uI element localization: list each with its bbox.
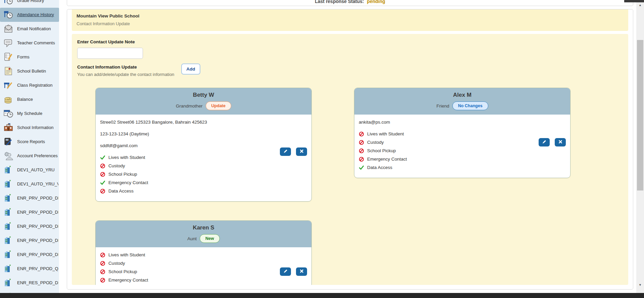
sidebar-item-label: ENR_PRV_PPOD_DEV: [17, 210, 58, 215]
permission-flag: Data Access: [100, 188, 307, 194]
permission-flag: School Pickup: [359, 148, 566, 154]
sidebar-item-label: My Schedule: [17, 111, 58, 116]
contact-relationship: Friend: [436, 103, 449, 109]
close-icon: [300, 269, 304, 274]
school-name: Mountain View Public School: [77, 13, 624, 18]
edit-contact-button[interactable]: [280, 147, 291, 156]
sidebar-item-label: Email Notification: [17, 27, 58, 32]
attendance-history-icon: [3, 10, 13, 20]
sidebar-item-dev1-auto-yru-v1[interactable]: DEV1_AUTO_YRU_V1: [0, 177, 59, 191]
delete-contact-button[interactable]: [296, 147, 307, 156]
sidebar-item-label: ENR_PRV_PPOD_QA2: [17, 266, 58, 271]
contact-detail: sddfdf@gamil.com: [100, 143, 307, 148]
my-schedule-icon: [3, 109, 13, 119]
sidebar-item-enr-prv-ppod-dev[interactable]: ENR_PRV_PPOD_DEV: [0, 233, 59, 248]
permission-flag: Custody: [100, 261, 307, 266]
check-icon: [359, 165, 364, 170]
close-icon: [558, 140, 562, 145]
contact-card-betty-w: Betty W Grandmother Update Stree02 Stree…: [95, 88, 312, 202]
sidebar-item-teacher-comments[interactable]: Teacher Comments: [0, 36, 59, 50]
edit-contact-button[interactable]: [280, 267, 291, 276]
sidebar: Grade History Attendance History Email N…: [0, 0, 59, 293]
delete-contact-button[interactable]: [555, 138, 566, 146]
flag-label: School Pickup: [108, 172, 137, 177]
sidebar-item-enr-prv-ppod-dev[interactable]: ENR_PRV_PPOD_DEV: [0, 205, 59, 219]
deny-icon: [359, 148, 364, 154]
deny-icon: [100, 163, 105, 169]
contact-card-body: Stree02 Street06 125323 Bangalore, Bahra…: [96, 115, 311, 201]
permission-flag: School Pickup: [100, 172, 307, 177]
check-icon: [100, 155, 105, 160]
sidebar-item-label: ENR_RES_PPOD_DEV: [17, 281, 58, 286]
sidebar-item-label: ENR_PRV_PPOD_DEV: [17, 196, 58, 201]
edit-contact-button[interactable]: [539, 138, 550, 146]
pencil-icon: [542, 139, 547, 145]
class-registration-icon: [3, 80, 13, 91]
sidebar-item-forms[interactable]: Forms: [0, 50, 59, 64]
sidebar-item-account-preferences[interactable]: Account Preferences: [0, 149, 59, 163]
sidebar-item-label: ENR_PRV_PPOD_DEV: [17, 224, 58, 229]
school-building-icon: [3, 250, 13, 260]
sidebar-item-dev1-auto-yru[interactable]: DEV1_AUTO_YRU: [0, 163, 59, 177]
sidebar-item-enr-res-ppod-dev[interactable]: ENR_RES_PPOD_DEV: [0, 290, 59, 293]
sidebar-item-label: Forms: [17, 55, 58, 60]
sidebar-item-balance[interactable]: Balance: [0, 92, 59, 107]
contact-name: Alex M: [358, 92, 566, 98]
section-title: Contact Information Update: [77, 65, 174, 70]
sidebar-item-enr-res-ppod-dev[interactable]: ENR_RES_PPOD_DEV: [0, 276, 59, 290]
contact-status-badge[interactable]: No Changes: [452, 101, 488, 110]
sidebar-item-my-schedule[interactable]: My Schedule: [0, 107, 59, 121]
scroll-down-icon[interactable]: ▼: [636, 282, 644, 288]
permission-flag: Lives with Student: [100, 155, 307, 160]
sidebar-item-label: Class Registration: [17, 83, 58, 88]
deny-icon: [100, 188, 105, 194]
sidebar-item-attendance-history[interactable]: Attendance History: [0, 8, 59, 22]
sidebar-item-grade-history[interactable]: Grade History: [0, 0, 59, 8]
permission-flag: Emergency Contact: [359, 157, 566, 162]
sidebar-item-label: ENR_PRV_PPOD_DEV: [17, 238, 58, 243]
account-preferences-icon: [3, 151, 13, 161]
flag-label: Lives with Student: [108, 252, 145, 258]
flag-label: Data Access: [367, 165, 392, 170]
scrollbar-thumb[interactable]: [637, 40, 643, 190]
sidebar-item-label: Grade History: [17, 0, 58, 3]
school-building-icon: [3, 278, 13, 288]
contact-card-header: Alex M Friend No Changes: [354, 88, 570, 115]
teacher-comments-icon: [3, 38, 13, 48]
permission-flag: Data Access: [359, 165, 566, 170]
sidebar-item-class-registration[interactable]: Class Registration: [0, 78, 59, 92]
flag-label: Emergency Contact: [108, 278, 148, 283]
school-building-icon: [3, 165, 13, 175]
contact-update-note-input[interactable]: [77, 48, 143, 59]
sidebar-item-school-information[interactable]: School Information: [0, 121, 59, 135]
sidebar-item-enr-prv-ppod-dev[interactable]: ENR_PRV_PPOD_DEV: [0, 248, 59, 262]
deny-icon: [359, 140, 364, 145]
previous-response-panel: Last response Status: pending: [67, 0, 633, 6]
vertical-scrollbar[interactable]: ▲ ▼: [636, 2, 644, 293]
email-notification-icon: [3, 24, 13, 34]
flag-label: Custody: [367, 140, 384, 145]
school-building-icon: [3, 193, 13, 204]
flag-label: School Pickup: [367, 148, 396, 154]
contact-update-panel: Mountain View Public School Contact Info…: [67, 9, 633, 290]
school-building-icon: [3, 236, 13, 246]
sidebar-item-school-bulletin[interactable]: School Bulletin: [0, 64, 59, 78]
flag-label: Lives with Student: [108, 155, 145, 160]
sidebar-item-label: ENR_PRV_PPOD_DEV: [17, 252, 58, 257]
school-building-icon: [3, 221, 13, 232]
contact-status-badge[interactable]: Update: [206, 101, 231, 110]
school-banner: Mountain View Public School Contact Info…: [72, 9, 628, 31]
sidebar-item-enr-prv-ppod-dev[interactable]: ENR_PRV_PPOD_DEV: [0, 219, 59, 233]
sidebar-item-enr-prv-ppod-dev[interactable]: ENR_PRV_PPOD_DEV: [0, 191, 59, 205]
flag-label: Custody: [108, 261, 125, 266]
contact-status-badge[interactable]: New: [200, 234, 220, 243]
delete-contact-button[interactable]: [296, 267, 307, 276]
sidebar-item-enr-prv-ppod-qa2[interactable]: ENR_PRV_PPOD_QA2: [0, 262, 59, 276]
permission-flag: Emergency Contact: [100, 278, 307, 283]
sidebar-item-email-notification[interactable]: Email Notification: [0, 22, 59, 36]
sidebar-item-score-reports[interactable]: Score Reports: [0, 135, 59, 149]
sidebar-item-label: Score Reports: [17, 139, 58, 144]
scroll-up-icon[interactable]: ▲: [636, 2, 644, 8]
flag-label: Emergency Contact: [108, 180, 148, 185]
add-contact-button[interactable]: Add: [181, 63, 200, 75]
